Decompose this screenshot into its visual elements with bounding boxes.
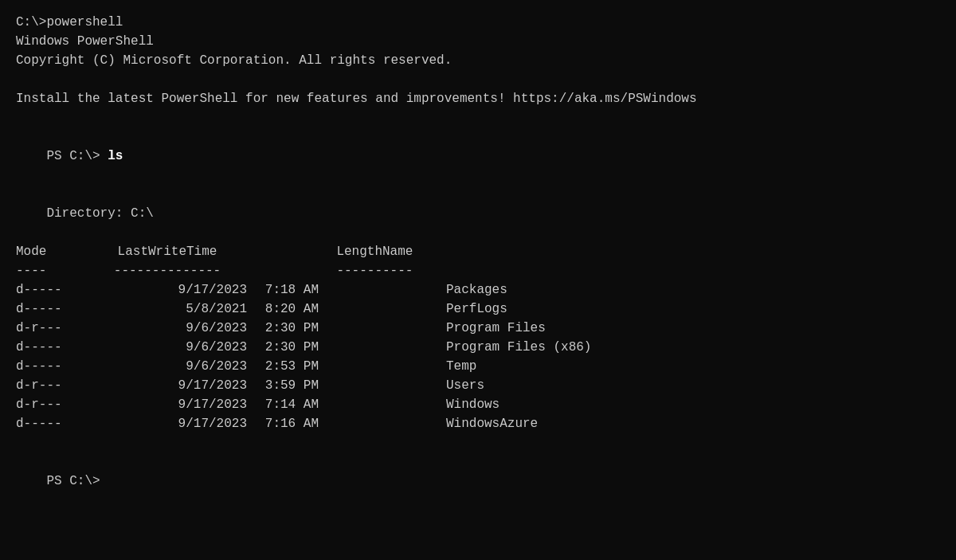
cell-mode: d-r--- xyxy=(16,376,88,395)
cmd-powershell-line: C:\>powershell xyxy=(16,13,940,32)
cell-time: 2:30 PM xyxy=(247,338,319,357)
copyright-line: Copyright (C) Microsoft Corporation. All… xyxy=(16,51,940,70)
ls-table: Mode LastWriteTime Length Name ---- ----… xyxy=(16,242,591,433)
cell-time: 7:14 AM xyxy=(247,395,319,414)
sep-name: ---- xyxy=(382,261,446,280)
cell-name: Temp xyxy=(446,357,591,376)
directory-label-line: Directory: C:\ xyxy=(16,204,940,223)
terminal-window: C:\>powershell Windows PowerShell Copyri… xyxy=(16,13,940,510)
cell-date: 9/17/2023 xyxy=(88,395,247,414)
cell-date: 9/17/2023 xyxy=(88,376,247,395)
header-length: Length xyxy=(319,242,382,261)
cell-date: 9/6/2023 xyxy=(88,357,247,376)
cell-name: Packages xyxy=(446,280,591,300)
cell-length xyxy=(382,338,446,357)
cell-name: PerfLogs xyxy=(446,300,591,319)
final-prompt-line: PS C:\> xyxy=(16,452,940,510)
table-row: d-----9/6/20232:53 PMTemp xyxy=(16,357,591,376)
table-row: d-----9/6/20232:30 PMProgram Files (x86) xyxy=(16,338,591,357)
cell-mode: d----- xyxy=(16,300,88,319)
ls-header-row: Mode LastWriteTime Length Name xyxy=(16,242,591,261)
cell-date: 5/8/2021 xyxy=(88,300,247,319)
ls-command: ls xyxy=(108,149,123,163)
sep-length: ------ xyxy=(319,261,382,280)
cell-name: Program Files xyxy=(446,319,591,338)
sep-mode: ---- xyxy=(16,261,88,280)
cell-date: 9/6/2023 xyxy=(88,338,247,357)
ls-separator-row: ---- -------------- ------ ---- xyxy=(16,261,591,280)
cell-name: Program Files (x86) xyxy=(446,338,591,357)
blank-5 xyxy=(16,433,940,452)
blank-1 xyxy=(16,70,940,89)
cell-mode: d----- xyxy=(16,414,88,433)
table-row: d-----5/8/20218:20 AMPerfLogs xyxy=(16,300,591,319)
header-lwt: LastWriteTime xyxy=(88,242,247,261)
cell-length xyxy=(382,376,446,395)
cell-name: Windows xyxy=(446,395,591,414)
cell-time: 2:30 PM xyxy=(247,319,319,338)
blank-4 xyxy=(16,223,940,242)
cell-mode: d-r--- xyxy=(16,395,88,414)
table-row: d-r---9/17/20237:14 AMWindows xyxy=(16,395,591,414)
prompt-text: PS C:\> xyxy=(46,149,108,163)
cell-date: 9/6/2023 xyxy=(88,319,247,338)
cell-length xyxy=(382,300,446,319)
cell-length xyxy=(382,395,446,414)
cell-mode: d----- xyxy=(16,280,88,300)
cell-mode: d-r--- xyxy=(16,319,88,338)
cell-name: Users xyxy=(446,376,591,395)
cell-length xyxy=(382,280,446,300)
cell-length xyxy=(382,357,446,376)
cell-date: 9/17/2023 xyxy=(88,280,247,300)
table-row: d-r---9/6/20232:30 PMProgram Files xyxy=(16,319,591,338)
cell-time: 7:16 AM xyxy=(247,414,319,433)
cell-date: 9/17/2023 xyxy=(88,414,247,433)
table-row: d-----9/17/20237:18 AMPackages xyxy=(16,280,591,300)
cell-mode: d----- xyxy=(16,357,88,376)
cell-time: 3:59 PM xyxy=(247,376,319,395)
cell-name: WindowsAzure xyxy=(446,414,591,433)
blank-2 xyxy=(16,108,940,127)
cell-time: 2:53 PM xyxy=(247,357,319,376)
sep-lwt: -------------- xyxy=(88,261,247,280)
cursor xyxy=(100,474,108,488)
cell-mode: d----- xyxy=(16,338,88,357)
cell-length xyxy=(382,319,446,338)
header-mode: Mode xyxy=(16,242,88,261)
prompt-ls-line: PS C:\> ls xyxy=(16,127,940,185)
ls-table-header: Mode LastWriteTime Length Name ---- ----… xyxy=(16,242,591,280)
windows-powershell-line: Windows PowerShell xyxy=(16,32,940,51)
table-row: d-----9/17/20237:16 AMWindowsAzure xyxy=(16,414,591,433)
header-name: Name xyxy=(382,242,446,261)
blank-3 xyxy=(16,185,940,204)
install-msg-line: Install the latest PowerShell for new fe… xyxy=(16,89,940,108)
cell-time: 7:18 AM xyxy=(247,280,319,300)
cell-time: 8:20 AM xyxy=(247,300,319,319)
table-row: d-r---9/17/20233:59 PMUsers xyxy=(16,376,591,395)
ls-table-body: d-----9/17/20237:18 AMPackagesd-----5/8/… xyxy=(16,280,591,433)
cell-length xyxy=(382,414,446,433)
final-prompt-text[interactable]: PS C:\> xyxy=(46,474,100,488)
